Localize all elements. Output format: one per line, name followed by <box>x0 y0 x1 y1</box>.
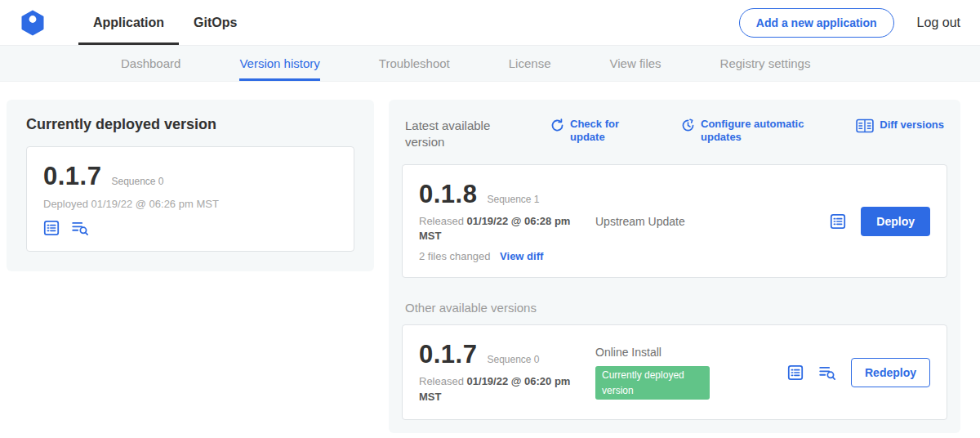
subnav-dashboard-label: Dashboard <box>121 56 180 70</box>
deployed-panel-title: Currently deployed version <box>26 116 354 133</box>
files-changed-label: 2 files changed <box>419 250 490 262</box>
tab-gitops[interactable]: GitOps <box>179 0 252 45</box>
other-released-line: Released 01/19/22 @ 06:20 pm MST <box>419 374 582 404</box>
latest-version-number: 0.1.8 <box>419 180 477 209</box>
redeploy-button[interactable]: Redeploy <box>851 358 930 387</box>
other-source-label: Online Install <box>595 346 662 359</box>
tab-application[interactable]: Application <box>78 0 179 45</box>
app-logo <box>20 0 46 45</box>
deployed-version-number: 0.1.7 <box>43 162 101 191</box>
released-label: Released <box>419 375 464 387</box>
diff-versions-label: Diff versions <box>880 118 944 132</box>
latest-sequence-label: Sequence 1 <box>487 194 539 205</box>
other-version-card: 0.1.7 Sequence 0 Released 01/19/22 @ 06:… <box>402 324 947 419</box>
other-view-files-diff-icon[interactable] <box>818 364 836 381</box>
deployed-timestamp: Deployed 01/19/22 @ 06:26 pm MST <box>43 198 337 210</box>
app-subnav: Dashboard Version history Troubleshoot L… <box>0 46 980 82</box>
subnav-view-files-label: View files <box>609 56 661 70</box>
available-versions-panel: Latest available version Check for updat… <box>389 100 960 433</box>
released-label: Released <box>419 215 464 227</box>
latest-available-title: Latest available version <box>405 118 528 150</box>
logout-link[interactable]: Log out <box>917 16 960 30</box>
latest-released-line: Released 01/19/22 @ 06:28 pm MST <box>419 214 582 244</box>
currently-deployed-badge: Currently deployed version <box>595 366 710 400</box>
other-version-number: 0.1.7 <box>419 340 477 369</box>
deploy-button[interactable]: Deploy <box>861 207 930 236</box>
diff-versions-button[interactable]: Diff versions <box>856 118 944 133</box>
main-content: Currently deployed version 0.1.7 Sequenc… <box>0 82 980 433</box>
view-files-diff-icon[interactable] <box>71 220 89 236</box>
subnav-version-history-label: Version history <box>239 56 319 70</box>
deployed-sequence-label: Sequence 0 <box>111 176 163 187</box>
topnav-spacer <box>252 0 738 45</box>
tab-application-label: Application <box>93 16 164 30</box>
topnav-tabs: Application GitOps <box>78 0 252 45</box>
other-release-notes-icon[interactable] <box>787 364 804 381</box>
latest-source-label: Upstream Update <box>595 215 685 228</box>
refresh-icon <box>550 118 564 132</box>
currently-deployed-panel: Currently deployed version 0.1.7 Sequenc… <box>7 100 374 271</box>
latest-version-card: 0.1.8 Sequence 1 Released 01/19/22 @ 06:… <box>402 164 947 278</box>
tab-gitops-label: GitOps <box>194 16 237 30</box>
subnav-license-label: License <box>509 56 551 70</box>
configure-automatic-updates-label: Configure automatic updates <box>701 118 823 145</box>
view-diff-link[interactable]: View diff <box>500 250 543 262</box>
other-sequence-label: Sequence 0 <box>487 354 539 365</box>
configure-automatic-updates-button[interactable]: Configure automatic updates <box>681 118 823 145</box>
check-for-update-button[interactable]: Check for update <box>550 118 635 145</box>
subnav-item-registry-settings[interactable]: Registry settings <box>720 46 811 81</box>
deployed-version-card: 0.1.7 Sequence 0 Deployed 01/19/22 @ 06:… <box>26 146 354 252</box>
subnav-item-dashboard[interactable]: Dashboard <box>121 46 180 81</box>
available-versions-header: Latest available version Check for updat… <box>402 113 947 164</box>
subnav-item-view-files[interactable]: View files <box>609 46 661 81</box>
subnav-item-license[interactable]: License <box>509 46 551 81</box>
subnav-troubleshoot-label: Troubleshoot <box>379 56 450 70</box>
subnav-item-troubleshoot[interactable]: Troubleshoot <box>379 46 450 81</box>
schedule-update-icon <box>681 118 695 132</box>
diff-versions-icon <box>856 118 874 133</box>
check-for-update-label: Check for update <box>570 118 635 145</box>
subnav-item-version-history[interactable]: Version history <box>239 46 319 81</box>
other-versions-label: Other available versions <box>405 301 944 315</box>
top-navbar: Application GitOps Add a new application… <box>0 0 980 46</box>
app-logo-icon <box>20 10 46 36</box>
latest-release-notes-icon[interactable] <box>830 213 846 230</box>
release-notes-icon[interactable] <box>43 220 60 236</box>
add-application-button[interactable]: Add a new application <box>739 8 894 38</box>
latest-files-row: 2 files changed View diff <box>419 250 582 262</box>
subnav-registry-settings-label: Registry settings <box>720 56 811 70</box>
